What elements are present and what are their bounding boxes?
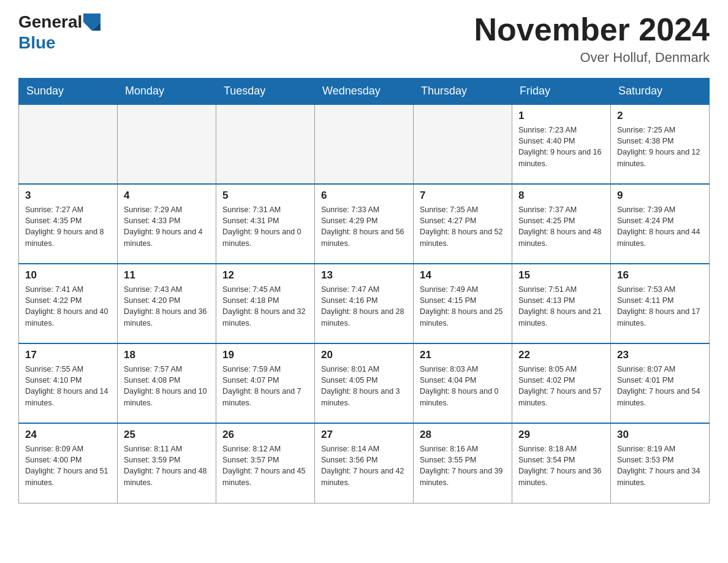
calendar-cell: 7Sunrise: 7:35 AM Sunset: 4:27 PM Daylig… (414, 184, 512, 264)
calendar-cell: 13Sunrise: 7:47 AM Sunset: 4:16 PM Dayli… (315, 264, 414, 343)
calendar-cell: 4Sunrise: 7:29 AM Sunset: 4:33 PM Daylig… (118, 184, 216, 264)
day-number: 12 (222, 269, 308, 282)
day-number: 16 (617, 269, 703, 282)
calendar-cell: 15Sunrise: 7:51 AM Sunset: 4:13 PM Dayli… (512, 264, 611, 343)
day-info: Sunrise: 8:14 AM Sunset: 3:56 PM Dayligh… (321, 443, 407, 488)
day-info: Sunrise: 7:51 AM Sunset: 4:13 PM Dayligh… (518, 284, 604, 329)
day-info: Sunrise: 8:19 AM Sunset: 3:53 PM Dayligh… (617, 443, 703, 488)
calendar-cell: 8Sunrise: 7:37 AM Sunset: 4:25 PM Daylig… (512, 184, 611, 264)
day-number: 24 (25, 429, 111, 441)
day-info: Sunrise: 7:23 AM Sunset: 4:40 PM Dayligh… (518, 124, 604, 169)
day-info: Sunrise: 7:59 AM Sunset: 4:07 PM Dayligh… (222, 364, 308, 408)
day-number: 30 (617, 429, 703, 441)
calendar-cell: 21Sunrise: 8:03 AM Sunset: 4:04 PM Dayli… (414, 343, 512, 423)
day-info: Sunrise: 7:31 AM Sunset: 4:31 PM Dayligh… (222, 204, 308, 249)
calendar-cell: 6Sunrise: 7:33 AM Sunset: 4:29 PM Daylig… (315, 184, 414, 264)
calendar-cell: 12Sunrise: 7:45 AM Sunset: 4:18 PM Dayli… (216, 264, 315, 343)
calendar-cell (315, 104, 414, 184)
calendar-week-5: 24Sunrise: 8:09 AM Sunset: 4:00 PM Dayli… (19, 423, 710, 503)
calendar-header-row: Sunday Monday Tuesday Wednesday Thursday… (19, 79, 710, 105)
calendar-cell: 30Sunrise: 8:19 AM Sunset: 3:53 PM Dayli… (611, 423, 710, 503)
calendar-cell: 17Sunrise: 7:55 AM Sunset: 4:10 PM Dayli… (19, 343, 118, 423)
calendar-week-1: 1Sunrise: 7:23 AM Sunset: 4:40 PM Daylig… (19, 104, 710, 184)
day-number: 23 (617, 349, 703, 361)
col-thursday: Thursday (414, 79, 512, 105)
calendar-cell: 29Sunrise: 8:18 AM Sunset: 3:54 PM Dayli… (512, 423, 611, 503)
day-info: Sunrise: 7:29 AM Sunset: 4:33 PM Dayligh… (124, 204, 210, 249)
calendar-cell (19, 104, 118, 184)
day-info: Sunrise: 7:57 AM Sunset: 4:08 PM Dayligh… (124, 364, 210, 408)
page-header: General Blue November 2024 Over Holluf, … (18, 12, 710, 66)
col-tuesday: Tuesday (216, 79, 315, 105)
calendar-cell: 1Sunrise: 7:23 AM Sunset: 4:40 PM Daylig… (512, 104, 611, 184)
day-info: Sunrise: 7:41 AM Sunset: 4:22 PM Dayligh… (25, 284, 111, 329)
day-number: 18 (124, 349, 210, 361)
calendar-cell: 27Sunrise: 8:14 AM Sunset: 3:56 PM Dayli… (315, 423, 414, 503)
calendar-week-2: 3Sunrise: 7:27 AM Sunset: 4:35 PM Daylig… (19, 184, 710, 264)
day-number: 14 (420, 269, 506, 282)
calendar-cell: 3Sunrise: 7:27 AM Sunset: 4:35 PM Daylig… (19, 184, 118, 264)
day-number: 17 (25, 349, 111, 361)
col-monday: Monday (118, 79, 216, 105)
logo: General Blue (18, 12, 102, 53)
day-info: Sunrise: 7:55 AM Sunset: 4:10 PM Dayligh… (25, 364, 111, 408)
day-number: 13 (321, 269, 407, 282)
day-info: Sunrise: 7:39 AM Sunset: 4:24 PM Dayligh… (617, 204, 703, 249)
day-info: Sunrise: 8:01 AM Sunset: 4:05 PM Dayligh… (321, 364, 407, 408)
day-number: 26 (222, 429, 308, 441)
day-number: 21 (420, 349, 506, 361)
col-saturday: Saturday (611, 79, 710, 105)
day-number: 29 (518, 429, 604, 441)
calendar-cell: 16Sunrise: 7:53 AM Sunset: 4:11 PM Dayli… (611, 264, 710, 343)
day-info: Sunrise: 8:07 AM Sunset: 4:01 PM Dayligh… (617, 364, 703, 408)
calendar-cell: 9Sunrise: 7:39 AM Sunset: 4:24 PM Daylig… (611, 184, 710, 264)
day-number: 15 (518, 269, 604, 282)
col-wednesday: Wednesday (315, 79, 414, 105)
calendar-week-3: 10Sunrise: 7:41 AM Sunset: 4:22 PM Dayli… (19, 264, 710, 343)
day-number: 3 (25, 190, 111, 202)
logo-text-general: General (18, 12, 82, 32)
day-info: Sunrise: 7:35 AM Sunset: 4:27 PM Dayligh… (420, 204, 506, 249)
calendar-cell: 2Sunrise: 7:25 AM Sunset: 4:38 PM Daylig… (611, 104, 710, 184)
day-number: 2 (617, 110, 703, 122)
day-number: 28 (420, 429, 506, 441)
day-info: Sunrise: 7:25 AM Sunset: 4:38 PM Dayligh… (617, 124, 703, 169)
calendar-week-4: 17Sunrise: 7:55 AM Sunset: 4:10 PM Dayli… (19, 343, 710, 423)
day-info: Sunrise: 8:12 AM Sunset: 3:57 PM Dayligh… (222, 443, 308, 488)
day-number: 1 (518, 110, 604, 122)
calendar-cell: 11Sunrise: 7:43 AM Sunset: 4:20 PM Dayli… (118, 264, 216, 343)
day-number: 7 (420, 190, 506, 202)
day-info: Sunrise: 7:33 AM Sunset: 4:29 PM Dayligh… (321, 204, 407, 249)
day-number: 10 (25, 269, 111, 282)
day-number: 5 (222, 190, 308, 202)
calendar-title: November 2024 (474, 12, 710, 47)
day-info: Sunrise: 8:18 AM Sunset: 3:54 PM Dayligh… (518, 443, 604, 488)
calendar-cell: 14Sunrise: 7:49 AM Sunset: 4:15 PM Dayli… (414, 264, 512, 343)
calendar-subtitle: Over Holluf, Denmark (474, 50, 710, 66)
day-number: 4 (124, 190, 210, 202)
day-info: Sunrise: 7:53 AM Sunset: 4:11 PM Dayligh… (617, 284, 703, 329)
logo-icon (83, 13, 100, 31)
calendar-cell (118, 104, 216, 184)
day-info: Sunrise: 7:37 AM Sunset: 4:25 PM Dayligh… (518, 204, 604, 249)
col-sunday: Sunday (19, 79, 118, 105)
calendar-cell: 23Sunrise: 8:07 AM Sunset: 4:01 PM Dayli… (611, 343, 710, 423)
day-info: Sunrise: 7:47 AM Sunset: 4:16 PM Dayligh… (321, 284, 407, 329)
day-info: Sunrise: 8:03 AM Sunset: 4:04 PM Dayligh… (420, 364, 506, 408)
day-info: Sunrise: 8:09 AM Sunset: 4:00 PM Dayligh… (25, 443, 111, 488)
day-info: Sunrise: 7:27 AM Sunset: 4:35 PM Dayligh… (25, 204, 111, 249)
logo-text-blue: Blue (18, 33, 56, 53)
calendar-cell: 26Sunrise: 8:12 AM Sunset: 3:57 PM Dayli… (216, 423, 315, 503)
day-info: Sunrise: 8:11 AM Sunset: 3:59 PM Dayligh… (124, 443, 210, 488)
day-number: 19 (222, 349, 308, 361)
day-number: 8 (518, 190, 604, 202)
day-number: 20 (321, 349, 407, 361)
title-section: November 2024 Over Holluf, Denmark (474, 12, 710, 66)
calendar-cell: 20Sunrise: 8:01 AM Sunset: 4:05 PM Dayli… (315, 343, 414, 423)
day-info: Sunrise: 7:49 AM Sunset: 4:15 PM Dayligh… (420, 284, 506, 329)
calendar-cell (216, 104, 315, 184)
day-number: 6 (321, 190, 407, 202)
calendar-cell: 25Sunrise: 8:11 AM Sunset: 3:59 PM Dayli… (118, 423, 216, 503)
calendar-cell: 5Sunrise: 7:31 AM Sunset: 4:31 PM Daylig… (216, 184, 315, 264)
day-number: 22 (518, 349, 604, 361)
